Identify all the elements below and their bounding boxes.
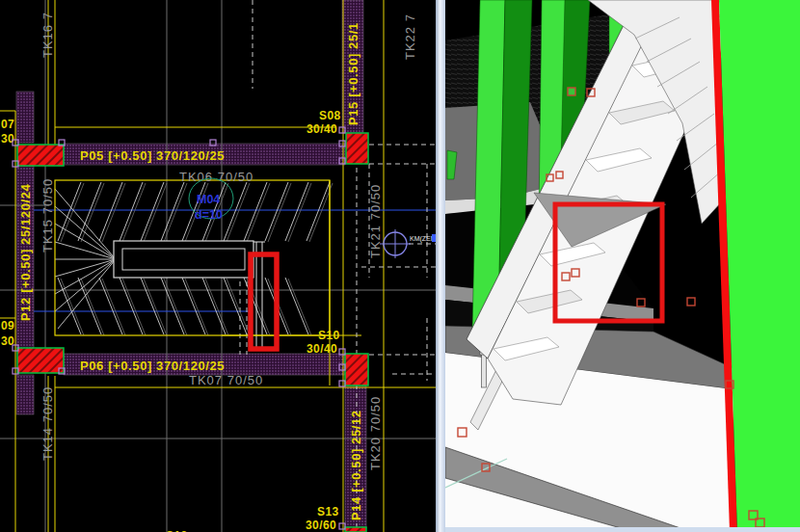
wall-tk14-label: TK14 70/50 <box>40 386 55 461</box>
column-hatch-bottom-left[interactable] <box>17 348 64 373</box>
column-hatch-bottom-edge[interactable] <box>345 527 366 532</box>
panel-divider[interactable] <box>436 0 445 532</box>
wall-tk22-label: TK22 7 <box>403 13 417 60</box>
cad-app-window: P05 [+0.50] 370/120/25 P06 [+0.50] 370/1… <box>0 0 800 532</box>
axis-07-label: 07 <box>1 118 14 131</box>
viewport-bottom-strip <box>445 527 800 532</box>
model-3d-viewport[interactable] <box>445 0 800 532</box>
mark-km-label: KM(ZEM <box>410 235 436 243</box>
column-hatch-top-right[interactable] <box>346 133 368 164</box>
mark-m04-detail: d=10 <box>195 208 223 222</box>
beam-p05-label: P05 [+0.50] 370/120/25 <box>80 148 225 163</box>
wall-tk07-label: TK07 70/50 <box>189 373 263 387</box>
wall-tk16-label: TK16 7 <box>40 12 55 58</box>
column-s08-label: S08 <box>319 109 341 122</box>
wall-tk06-label: TK06 70/50 <box>179 170 253 184</box>
column-hatch-top-left[interactable] <box>17 145 64 166</box>
wall-tk15-label: TK15 70/50 <box>40 178 55 253</box>
beam-p12-label: P12 [+0.50] 25/120/24 <box>18 183 33 321</box>
wall-tk21-label: TK21 70/50 <box>368 184 383 258</box>
column-s10-size: 30/40 <box>307 342 337 356</box>
column-s10-label: S10 <box>318 329 340 342</box>
column-s13-label: S13 <box>317 505 339 519</box>
stair-well-opening <box>114 241 253 278</box>
beam-p06-label: P06 [+0.50] 370/120/25 <box>80 359 225 373</box>
beam-p15-label: P15 [+0.50] 25/1 <box>346 22 360 125</box>
mark-m04-label: M04 <box>197 193 220 206</box>
beam-p12-band-bot[interactable] <box>16 375 34 414</box>
beam-p12-band-top[interactable] <box>16 92 34 143</box>
axis-09-label: 09 <box>1 319 14 332</box>
column-s13-size: 30/60 <box>306 519 336 532</box>
column-s08-size: 30/40 <box>307 122 337 136</box>
beam-p14-label: P14 [+0.50] 25/12 <box>349 410 363 520</box>
plan-2d-viewport[interactable]: P05 [+0.50] 370/120/25 P06 [+0.50] 370/1… <box>0 0 436 532</box>
column-hatch-bottom-right[interactable] <box>345 354 368 386</box>
wall-tk20-label: TK20 70/50 <box>368 396 383 470</box>
